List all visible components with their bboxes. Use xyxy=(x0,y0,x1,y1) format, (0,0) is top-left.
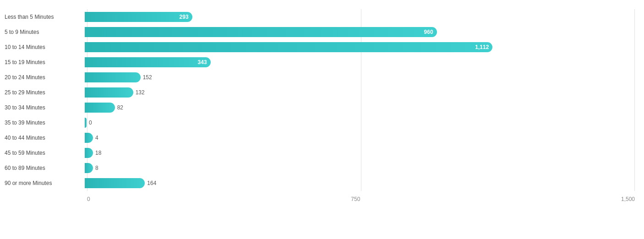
bar-track: 960 xyxy=(85,27,635,37)
bar-label: 25 to 29 Minutes xyxy=(5,89,85,96)
bar-track: 0 xyxy=(85,118,635,128)
bar-track: 132 xyxy=(85,87,635,98)
bars-wrapper: Less than 5 Minutes2935 to 9 Minutes9601… xyxy=(5,9,635,191)
bar-row: 5 to 9 Minutes960 xyxy=(5,24,635,39)
bar-value: 960 xyxy=(424,29,433,35)
bar-fill: 152 xyxy=(85,72,141,82)
bar-value: 343 xyxy=(198,59,207,65)
bar-track: 343 xyxy=(85,57,635,67)
bar-value: 132 xyxy=(136,89,145,96)
bar-value: 0 xyxy=(89,120,92,126)
bar-value: 18 xyxy=(95,150,101,156)
bar-fill: 960 xyxy=(85,27,437,37)
bar-fill: 8 xyxy=(85,163,93,173)
bar-value: 164 xyxy=(147,180,156,186)
x-axis-label: 750 xyxy=(351,196,360,202)
bar-fill: 1,112 xyxy=(85,42,492,52)
bar-track: 164 xyxy=(85,178,635,188)
bar-fill: 82 xyxy=(85,103,115,113)
bar-track: 82 xyxy=(85,103,635,113)
x-axis-label: 0 xyxy=(87,196,90,202)
bar-row: 25 to 29 Minutes132 xyxy=(5,85,635,100)
bar-label: 10 to 14 Minutes xyxy=(5,44,85,50)
x-axis-label: 1,500 xyxy=(621,196,635,202)
bar-label: 45 to 59 Minutes xyxy=(5,150,85,156)
bar-row: 20 to 24 Minutes152 xyxy=(5,70,635,85)
bar-row: 40 to 44 Minutes4 xyxy=(5,130,635,146)
bar-row: 60 to 89 Minutes8 xyxy=(5,161,635,176)
bar-label: 60 to 89 Minutes xyxy=(5,165,85,171)
bar-fill: 164 xyxy=(85,178,145,188)
bar-row: Less than 5 Minutes293 xyxy=(5,9,635,24)
bar-value: 1,112 xyxy=(475,44,489,50)
bar-value: 82 xyxy=(117,104,123,111)
chart-area: Less than 5 Minutes2935 to 9 Minutes9601… xyxy=(5,9,635,202)
bar-label: 40 to 44 Minutes xyxy=(5,135,85,141)
bar-fill: 343 xyxy=(85,57,211,67)
bar-track: 1,112 xyxy=(85,42,635,52)
bar-label: 5 to 9 Minutes xyxy=(5,29,85,35)
x-axis: 07501,500 xyxy=(87,196,635,202)
bar-row: 35 to 39 Minutes0 xyxy=(5,115,635,130)
bar-fill: 18 xyxy=(85,148,93,158)
bar-fill: 132 xyxy=(85,87,133,98)
bar-row: 45 to 59 Minutes18 xyxy=(5,146,635,161)
bar-label: Less than 5 Minutes xyxy=(5,14,85,20)
bar-value: 152 xyxy=(143,74,152,81)
chart-container: Less than 5 Minutes2935 to 9 Minutes9601… xyxy=(0,0,644,239)
bar-label: 20 to 24 Minutes xyxy=(5,74,85,81)
bar-fill: 4 xyxy=(85,133,93,143)
bar-track: 4 xyxy=(85,133,635,143)
bar-value: 8 xyxy=(95,165,98,171)
bar-row: 90 or more Minutes164 xyxy=(5,176,635,191)
bar-fill: 0 xyxy=(85,118,87,128)
bar-track: 293 xyxy=(85,12,635,22)
bar-label: 15 to 19 Minutes xyxy=(5,59,85,65)
bar-track: 18 xyxy=(85,148,635,158)
bar-track: 8 xyxy=(85,163,635,173)
bar-label: 30 to 34 Minutes xyxy=(5,104,85,111)
bar-track: 152 xyxy=(85,72,635,82)
bar-row: 10 to 14 Minutes1,112 xyxy=(5,39,635,54)
bar-row: 30 to 34 Minutes82 xyxy=(5,100,635,115)
bar-label: 90 or more Minutes xyxy=(5,180,85,186)
bar-label: 35 to 39 Minutes xyxy=(5,120,85,126)
bar-value: 293 xyxy=(180,14,189,20)
bar-row: 15 to 19 Minutes343 xyxy=(5,54,635,70)
bar-value: 4 xyxy=(95,135,98,141)
bar-fill: 293 xyxy=(85,12,192,22)
